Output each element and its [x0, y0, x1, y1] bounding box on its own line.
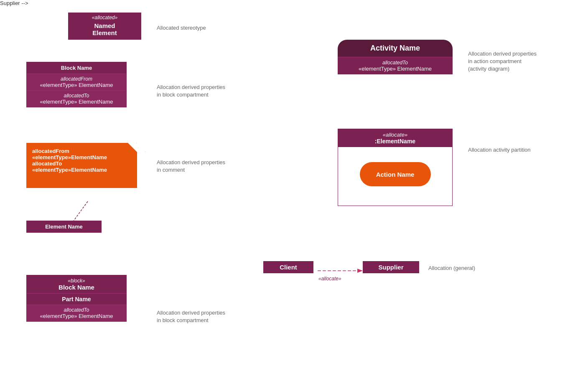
named-element-name: NamedElement	[68, 21, 141, 40]
action-oval: Action Name	[360, 162, 431, 186]
allocate-arrow-label: «allocate»	[318, 276, 341, 282]
named-element-block: «allocated» NamedElement	[68, 13, 141, 40]
activity-shape: Activity Name allocatedTo «elementType» …	[338, 40, 453, 74]
block-name-top-section2: allocatedTo «elementType» ElementName	[27, 90, 126, 107]
partition-label: Allocation activity partition	[468, 146, 531, 154]
supplier-label: Supplier	[363, 261, 419, 273]
allocation-general-label: Allocation (general)	[428, 264, 475, 272]
svg-marker-2	[357, 269, 363, 273]
block-name-top-header: Block Name	[27, 62, 126, 74]
client-label: Client	[263, 261, 313, 273]
svg-line-0	[73, 201, 88, 221]
block-name-top-label: Allocation derived properties in block c…	[157, 84, 225, 99]
diagram-canvas: «allocated» NamedElement Allocated stere…	[0, 0, 588, 371]
element-name-header: Element Name	[27, 221, 101, 232]
element-name-block: Element Name	[26, 221, 102, 233]
activity-name-header: Activity Name	[338, 40, 453, 57]
named-element-stereotype: «allocated»	[68, 13, 141, 21]
bottom-block-label: Allocation derived properties in block c…	[157, 309, 225, 324]
partition-box: «allocate» :ElementName Action Name	[338, 129, 453, 206]
named-element-label: Allocated stereotype	[157, 24, 206, 32]
bottom-block-header: «block» Block Name	[27, 275, 126, 293]
supplier-block: Supplier	[363, 261, 419, 273]
block-name-top-section1: allocatedFrom «elementType» ElementName	[27, 74, 126, 90]
client-block: Client	[263, 261, 313, 273]
bottom-block-part-name-section: Part Name	[27, 293, 126, 305]
activity-allocated-italic: allocatedTo «elementType» ElementName	[338, 57, 453, 74]
bottom-block-part-outer: Part Name allocatedTo «elementType» Elem…	[27, 293, 126, 321]
comment-label: Allocation derived properties in comment	[157, 159, 225, 174]
partition-content: Action Name	[338, 147, 452, 201]
comment-note: allocatedFrom «elementType»ElementName a…	[26, 143, 145, 188]
partition-header: «allocate» :ElementName	[338, 129, 452, 147]
bottom-block: «block» Block Name Part Name allocatedTo…	[26, 275, 127, 322]
bottom-block-part-section: allocatedTo «elementType» ElementName	[27, 305, 126, 321]
block-name-top: Block Name allocatedFrom «elementType» E…	[26, 62, 127, 107]
activity-shape-label: Allocation derived properties in action …	[468, 50, 537, 73]
